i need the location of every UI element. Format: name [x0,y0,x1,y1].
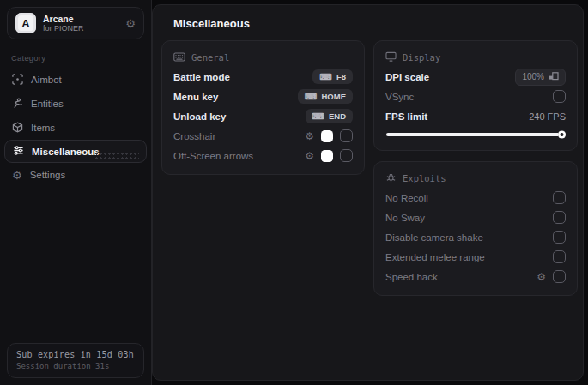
setting-row-camera-shake: Disable camera shake [385,227,566,247]
offscreen-color-swatch[interactable] [321,150,333,162]
setting-label: No Recoil [385,193,428,203]
sidebar-item-settings[interactable]: ⚙ Settings [0,163,151,187]
setting-label: FPS limit [385,111,427,122]
setting-label: No Sway [385,213,425,223]
setting-label: Crosshair [173,131,215,141]
setting-row-unload-key: Unload key ⌨ END [173,106,353,126]
gear-icon[interactable]: ⚙ [305,131,314,141]
offscreen-arrows-checkbox[interactable] [340,149,353,162]
setting-row-dpi-scale: DPI scale 100% [385,67,566,87]
slider-knob[interactable] [558,131,566,139]
setting-row-no-sway: No Sway [385,208,566,227]
no-sway-checkbox[interactable] [553,211,566,224]
setting-label: Disable camera shake [385,232,483,243]
setting-row-speed-hack: Speed hack ⚙ [385,267,566,286]
sidebar-item-items[interactable]: Items [0,116,151,140]
panel-title: Exploits [403,173,446,183]
crosshair-checkbox[interactable] [340,129,353,142]
sidebar-item-label: Miscellaneous [32,147,100,157]
app-window: A Arcane for PIONER ⚙ Category Aimbot [0,0,588,385]
setting-label: Menu key [173,92,218,102]
sidebar-item-aimbot[interactable]: Aimbot [0,68,151,92]
panel-title: Display [403,52,440,63]
keyboard-icon: ⌨ [312,112,324,121]
setting-label: Unload key [173,111,226,122]
subscription-card: Sub expires in 15d 03h Session duration … [7,343,144,378]
brand-subtitle: for PIONER [43,24,118,33]
setting-label: Off-Screen arrows [173,151,253,161]
keyboard-icon: ⌨ [305,93,317,101]
page-title: Miscellaneous [173,17,583,30]
keybind-unload-key[interactable]: ⌨ END [306,109,354,123]
setting-row-battle-mode: Battle mode ⌨ F8 [173,67,353,87]
melee-range-checkbox[interactable] [553,250,566,263]
keybind-menu-key[interactable]: ⌨ HOME [298,89,353,104]
setting-label: Battle mode [173,72,230,82]
gear-icon[interactable]: ⚙ [125,17,136,30]
keybind-battle-mode[interactable]: ⌨ F8 [312,69,353,84]
category-label: Category [11,53,140,63]
setting-row-no-recoil: No Recoil [385,188,566,208]
active-item-texture [94,152,139,159]
scale-squares-icon [549,72,559,82]
setting-row-offscreen-arrows: Off-Screen arrows ⚙ [173,146,353,165]
bug-icon [385,172,397,185]
gear-icon[interactable]: ⚙ [536,272,546,282]
exploits-panel: Exploits No Recoil No Sway Disable camer… [373,161,578,296]
sliders-icon [13,145,24,158]
setting-label: Speed hack [385,272,438,282]
sidebar-item-miscellaneous[interactable]: Miscellaneous [4,140,147,163]
session-duration-text: Session duration 31s [16,362,135,370]
setting-label: Extended melee range [385,252,485,262]
setting-row-menu-key: Menu key ⌨ HOME [173,87,353,106]
sidebar-item-entities[interactable]: Entities [0,92,151,116]
scan-target-icon [12,74,23,87]
sidebar-item-label: Entities [31,99,64,109]
general-panel: General Battle mode ⌨ F8 Menu key ⌨ [161,40,365,175]
keyboard-icon [173,52,185,63]
vsync-checkbox[interactable] [553,90,566,103]
fps-limit-slider[interactable] [386,133,565,136]
brand-card: A Arcane for PIONER ⚙ [7,7,144,39]
panel-title: General [191,52,229,63]
fps-limit-value: 240 FPS [529,111,566,122]
keyboard-icon: ⌨ [319,73,331,81]
main-content: Miscellaneous General [152,4,584,381]
sidebar-item-label: Settings [30,170,66,180]
sidebar-item-label: Items [31,123,55,133]
crosshair-color-swatch[interactable] [321,130,333,142]
setting-row-fps-limit: FPS limit 240 FPS [385,106,566,126]
sidebar-nav: Aimbot Entities Items [0,68,151,187]
setting-label: VSync [385,92,414,102]
brand-logo: A [15,13,36,33]
sidebar: A Arcane for PIONER ⚙ Category Aimbot [0,0,152,385]
display-panel: Display DPI scale 100% [373,40,578,151]
setting-row-vsync: VSync [385,87,566,106]
gear-icon: ⚙ [12,170,22,181]
camera-shake-checkbox[interactable] [553,231,566,244]
cube-icon [12,122,23,135]
sub-expiry-text: Sub expires in 15d 03h [16,350,135,359]
setting-row-crosshair: Crosshair ⚙ [173,126,353,146]
setting-label: DPI scale [385,72,429,82]
setting-row-melee-range: Extended melee range [385,247,566,267]
gear-icon[interactable]: ⚙ [305,151,314,161]
speed-hack-checkbox[interactable] [553,270,566,283]
brand-name: Arcane [43,14,118,24]
sidebar-item-label: Aimbot [31,75,62,85]
dpi-scale-selector[interactable]: 100% [515,69,566,86]
entities-person-icon [12,98,23,111]
no-recoil-checkbox[interactable] [553,191,566,204]
monitor-icon [385,51,397,63]
